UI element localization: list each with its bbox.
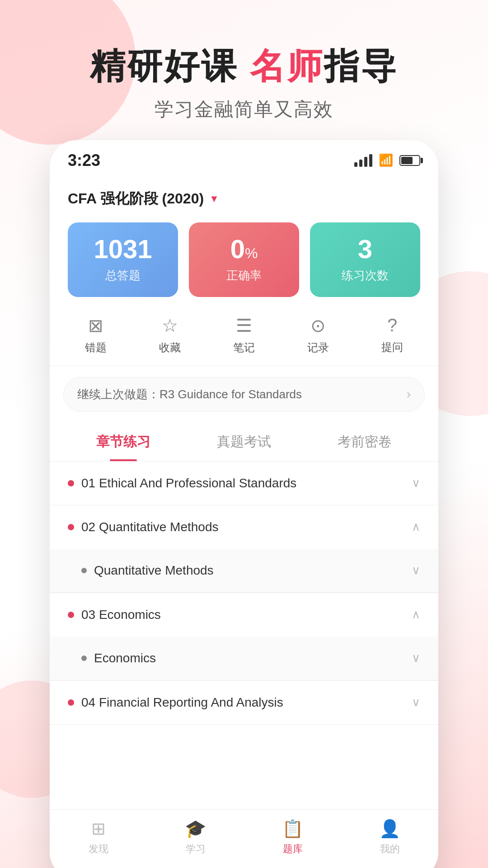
discover-icon: ⊞ bbox=[91, 819, 106, 839]
chapter-item-04: 04 Financial Reporting And Analysis ∨ bbox=[50, 681, 438, 725]
record-icon: ⊙ bbox=[310, 315, 326, 336]
nav-item-discover[interactable]: ⊞ 发现 bbox=[50, 819, 147, 856]
status-bar: 3:23 📶 bbox=[50, 140, 438, 176]
phone-wrapper: 3:23 📶 CFA 强化阶段 (2020) ▼ bbox=[0, 140, 488, 868]
header-subtitle: 学习金融简单又高效 bbox=[0, 97, 488, 122]
stat-card-total: 1031 总答题 bbox=[68, 222, 178, 297]
stat-card-practice: 3 练习次数 bbox=[310, 222, 420, 297]
sub-chapter-dot-03 bbox=[81, 656, 87, 661]
quick-action-notes[interactable]: ☰ 笔记 bbox=[233, 315, 255, 355]
chapter-dot-01 bbox=[68, 480, 74, 486]
tab-real-exam[interactable]: 真题考试 bbox=[184, 423, 305, 461]
discover-label: 发现 bbox=[89, 842, 108, 856]
stat-number-total: 1031 bbox=[94, 236, 152, 262]
chapter-item-03-sub: Economics ∨ bbox=[50, 637, 438, 680]
favorite-label: 收藏 bbox=[159, 340, 181, 355]
stats-row: 1031 总答题 0% 正确率 3 练习次数 bbox=[50, 218, 438, 311]
chapter-item-02: 02 Quantitative Methods ∧ Quantitative M… bbox=[50, 505, 438, 593]
learn-icon: 🎓 bbox=[185, 819, 206, 839]
status-time: 3:23 bbox=[68, 151, 100, 170]
chapter-name-02: 02 Quantitative Methods bbox=[81, 520, 219, 534]
sub-chapter-name-03: Economics bbox=[94, 651, 156, 665]
chapter-header-03[interactable]: 03 Economics ∧ bbox=[50, 593, 438, 637]
course-selector[interactable]: CFA 强化阶段 (2020) ▼ bbox=[50, 176, 438, 218]
header-title-part2: 指导 bbox=[324, 46, 398, 86]
chapter-dot-02 bbox=[68, 524, 74, 530]
chapter-item-01: 01 Ethical And Professional Standards ∨ bbox=[50, 462, 438, 505]
chapter-dot-04 bbox=[68, 699, 74, 706]
chapter-name-03: 03 Economics bbox=[81, 608, 161, 622]
chapter-chevron-03: ∧ bbox=[412, 608, 420, 622]
continue-text: 继续上次做题：R3 Guidance for Standards bbox=[77, 387, 302, 402]
wrong-label: 错题 bbox=[85, 340, 107, 355]
continue-chevron-icon: › bbox=[407, 387, 411, 401]
wifi-icon: 📶 bbox=[379, 153, 393, 167]
nav-item-profile[interactable]: 👤 我的 bbox=[341, 819, 438, 856]
sub-chapter-chevron-03: ∨ bbox=[412, 651, 420, 665]
chapter-name-01: 01 Ethical And Professional Standards bbox=[81, 476, 296, 491]
stat-label-practice: 练习次数 bbox=[342, 268, 389, 283]
chapter-dot-03 bbox=[68, 612, 74, 618]
quick-actions: ⊠ 错题 ☆ 收藏 ☰ 笔记 ⊙ 记录 ? 提问 bbox=[50, 311, 438, 366]
chapter-list: 01 Ethical And Professional Standards ∨ … bbox=[50, 462, 438, 725]
status-icons: 📶 bbox=[354, 153, 420, 167]
phone-mockup: 3:23 📶 CFA 强化阶段 (2020) ▼ bbox=[50, 140, 438, 868]
profile-icon: 👤 bbox=[379, 819, 400, 839]
sub-chapter-chevron-02: ∨ bbox=[412, 563, 420, 577]
tab-chapter-practice[interactable]: 章节练习 bbox=[63, 423, 184, 461]
chapter-header-04[interactable]: 04 Financial Reporting And Analysis ∨ bbox=[50, 681, 438, 724]
questions-icon: 📋 bbox=[282, 819, 303, 839]
record-label: 记录 bbox=[307, 340, 329, 355]
header-area: 精研好课 名师指导 学习金融简单又高效 bbox=[0, 0, 488, 140]
stat-number-accuracy: 0% bbox=[230, 236, 258, 262]
stat-label-total: 总答题 bbox=[105, 268, 141, 283]
stat-number-practice: 3 bbox=[358, 236, 372, 262]
wrong-icon: ⊠ bbox=[88, 315, 103, 336]
tab-pre-exam[interactable]: 考前密卷 bbox=[304, 423, 425, 461]
header-title-part1: 精研好课 bbox=[90, 46, 250, 86]
quick-action-favorite[interactable]: ☆ 收藏 bbox=[159, 315, 181, 355]
dropdown-arrow-icon[interactable]: ▼ bbox=[209, 193, 219, 205]
chapter-header-03-sub[interactable]: Economics ∨ bbox=[63, 637, 438, 680]
quick-action-wrong[interactable]: ⊠ 错题 bbox=[85, 315, 107, 355]
chapter-name-04: 04 Financial Reporting And Analysis bbox=[81, 695, 283, 710]
sub-chapter-dot-02 bbox=[81, 568, 87, 573]
chapter-item-02-sub: Quantitative Methods ∨ bbox=[50, 549, 438, 593]
notes-icon: ☰ bbox=[236, 315, 252, 336]
chapter-header-01[interactable]: 01 Ethical And Professional Standards ∨ bbox=[50, 462, 438, 505]
chapter-chevron-04: ∨ bbox=[412, 695, 420, 709]
quick-action-record[interactable]: ⊙ 记录 bbox=[307, 315, 329, 355]
stat-card-accuracy: 0% 正确率 bbox=[189, 222, 299, 297]
app-content: CFA 强化阶段 (2020) ▼ 1031 总答题 0% 正确率 bbox=[50, 176, 438, 809]
nav-item-learn[interactable]: 🎓 学习 bbox=[147, 819, 244, 856]
notes-label: 笔记 bbox=[233, 340, 255, 355]
continue-banner[interactable]: 继续上次做题：R3 Guidance for Standards › bbox=[63, 377, 425, 412]
chapter-chevron-02: ∧ bbox=[412, 520, 420, 534]
chapter-header-02-sub[interactable]: Quantitative Methods ∨ bbox=[63, 549, 438, 592]
chapter-item-03: 03 Economics ∧ Economics ∨ bbox=[50, 593, 438, 681]
ask-label: 提问 bbox=[381, 340, 403, 354]
battery-icon bbox=[399, 155, 420, 166]
header-title-highlight: 名师 bbox=[250, 46, 324, 86]
bottom-nav: ⊞ 发现 🎓 学习 📋 题库 👤 我的 bbox=[50, 809, 438, 868]
header-title: 精研好课 名师指导 bbox=[0, 45, 488, 88]
stat-label-accuracy: 正确率 bbox=[226, 268, 262, 283]
learn-label: 学习 bbox=[186, 842, 206, 856]
chapter-header-02[interactable]: 02 Quantitative Methods ∧ bbox=[50, 505, 438, 549]
course-selector-label: CFA 强化阶段 (2020) bbox=[68, 189, 204, 209]
favorite-icon: ☆ bbox=[162, 315, 178, 336]
quick-action-ask[interactable]: ? 提问 bbox=[381, 315, 403, 355]
tab-bar: 章节练习 真题考试 考前密卷 bbox=[50, 423, 438, 462]
chapter-chevron-01: ∨ bbox=[412, 476, 420, 490]
ask-icon: ? bbox=[387, 315, 397, 335]
signal-icon bbox=[354, 154, 372, 167]
questions-label: 题库 bbox=[283, 842, 303, 856]
sub-chapter-name-02: Quantitative Methods bbox=[94, 563, 214, 578]
nav-item-questions[interactable]: 📋 题库 bbox=[244, 819, 341, 856]
profile-label: 我的 bbox=[380, 842, 400, 856]
